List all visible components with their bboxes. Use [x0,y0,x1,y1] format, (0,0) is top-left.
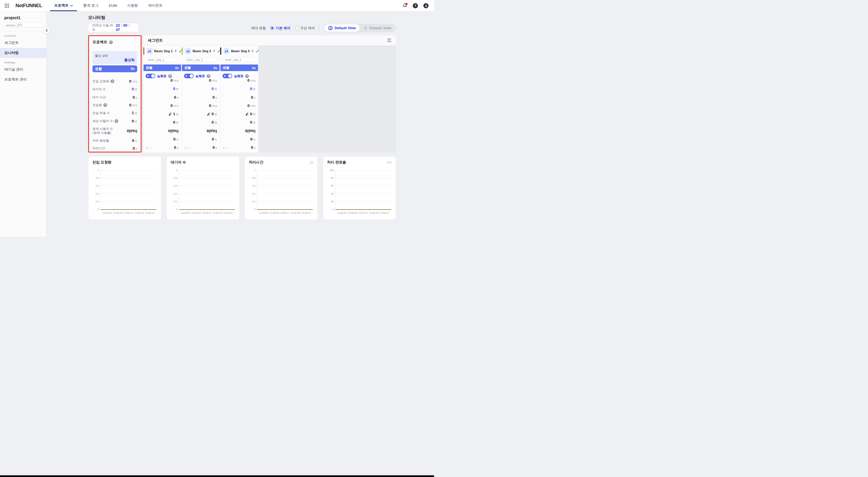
help-tooltip-icon[interactable]: ? [245,74,249,78]
segment-code-input[interactable] [146,57,179,62]
toggle-knob [151,74,155,78]
metric-value: 0TPS [129,103,137,107]
segment-metric-row: 0% [185,137,217,141]
x-axis-tick: 13:00:41 [380,211,389,214]
metric-unit: TPS [212,79,217,82]
play-icon [186,75,187,77]
active-status-value: 활성화 [124,58,135,63]
segment-code-input[interactable] [222,57,256,62]
sidebar-collapse-button[interactable] [43,27,50,34]
metric-number: 0 [250,87,252,91]
metric-number: 1 [132,111,134,115]
notification-bell-icon[interactable] [402,3,408,9]
help-tooltip-icon[interactable]: ? [111,79,114,83]
bolt-icon[interactable] [174,49,177,53]
segment-metric-row: 0(0%) [185,129,217,133]
radio-range-control[interactable]: 구간 제어 [295,26,315,31]
x-axis-tick: 13:00:41 [223,211,233,214]
edit-value-pencil-icon[interactable] [207,112,210,115]
segment-metric-row: 0명 [185,120,217,125]
bar-chart-icon [223,48,229,54]
segment-name: Basic Seg 1 [154,49,173,53]
bar-chart-icon [185,48,191,54]
bolt-icon[interactable] [213,49,216,53]
help-tooltip-icon[interactable]: ? [103,103,107,107]
sidebar-item-segment[interactable]: 세그먼트 [0,38,46,48]
default-view-label: Default View [334,26,355,30]
metric-value: 0% [250,137,255,141]
gridline [179,202,235,202]
classic-view-button[interactable]: Classic View [360,24,395,32]
help-tooltip-icon[interactable]: ? [115,119,118,123]
metric-number: 0 [133,95,135,99]
segment-card-header: Basic Seg 2 [182,47,220,55]
segment-code-input[interactable] [184,57,218,62]
metric-unit: S [254,96,255,99]
help-tooltip-icon[interactable]: ? [109,40,113,44]
running-toggle[interactable] [146,74,155,78]
metric-unit: TPS [174,104,179,107]
datetime-card[interactable]: 2025년 11월 30일 22 : 00 : 47 [88,23,138,32]
y-axis-tick: 0.8 [169,177,177,179]
edit-pencil-icon[interactable] [256,49,259,53]
running-label: 실행중 [157,74,166,78]
toggle-knob [228,74,231,78]
help-tooltip-icon[interactable]: ? [207,74,210,78]
nav-item-stats-log[interactable]: 통계 로그 [83,0,98,11]
project-metric-row: 대기 시간0S [92,95,137,99]
metric-unit: S [215,96,217,99]
default-view-button[interactable]: Default View [324,24,360,32]
gridline [336,170,391,171]
sidebar-item-waiting-room[interactable]: 대기실 관리 [0,65,46,74]
edit-value-pencil-icon[interactable] [245,112,249,115]
segment-menu-icon[interactable] [387,39,391,42]
gridline [257,202,313,202]
project-panel: 프로젝트 ? 활성 상태 활성화 원활 0s 진입 요청량?0TPS대기자 수0… [88,35,142,152]
segment-panel-title: 세그먼트 [148,38,163,43]
project-metric-row: 진입 허용 수1명 [92,111,137,115]
nav-item-eum[interactable]: EUM [109,0,117,11]
segment-name: Basic Seg 3 [231,49,250,53]
sidebar-item-project-mgmt[interactable]: 프로젝트 관리 [0,74,46,84]
edit-value-pencil-icon[interactable] [168,112,172,115]
metric-label-line2: (현재 사용률) [92,131,113,135]
metric-value: 0(0%) [168,129,179,133]
chart-plot-area: 10080604020012:59:5313:00:0513:00:1713:0… [335,170,391,210]
running-toggle[interactable] [222,74,232,78]
min-range-label: 0 — [146,146,152,149]
radio-basic-label: 기본 제어 [276,26,290,31]
nav-item-usage[interactable]: 사용량 [127,0,138,11]
help-tooltip-icon[interactable]: ? [168,74,172,78]
radio-basic-control[interactable]: 기본 제어 [270,26,290,31]
metric-number: 0 [170,78,173,82]
toggle-knob [190,74,193,78]
metric-value: 0(0%) [245,129,255,133]
metric-value: 0S [174,95,179,99]
running-toggle[interactable] [184,74,194,78]
metric-number: 0(0%) [168,129,179,133]
metric-number: 0 [247,78,250,82]
metric-label-text: 대기 시간 [92,95,106,99]
chart-unit: (%) [386,161,392,164]
segment-metric-row: 0(0%) [146,129,179,133]
metric-number: 0 [132,87,134,91]
account-avatar-icon[interactable] [423,3,429,9]
nav-item-project[interactable]: 프로젝트 [54,0,73,11]
metric-value: 0S [251,95,255,99]
metric-number: 0(0%) [207,129,217,133]
metric-number: 0 [250,112,252,116]
service-name-input[interactable] [3,23,43,28]
x-axis-tick: 13:00:17 [202,211,212,214]
metric-unit: TPS [250,104,255,107]
metric-value: 0S [133,95,137,99]
app-grid-menu-icon[interactable] [4,3,10,9]
nav-item-agent[interactable]: 에이전트 [148,0,163,11]
metric-number: 0 [133,146,135,150]
segment-card: Basic Seg 3원활0s실행중?0TPS0명0S0TPS0명0명0(0%)… [220,45,259,152]
metric-unit: TPS [250,79,255,82]
help-icon[interactable]: ? [412,3,418,9]
bolt-icon[interactable] [251,49,254,53]
netfunnel-logo[interactable]: NetFUNNEL [16,3,42,9]
min-range-label: 0 — [223,146,229,149]
sidebar-item-monitoring[interactable]: 모니터링 [0,48,46,58]
